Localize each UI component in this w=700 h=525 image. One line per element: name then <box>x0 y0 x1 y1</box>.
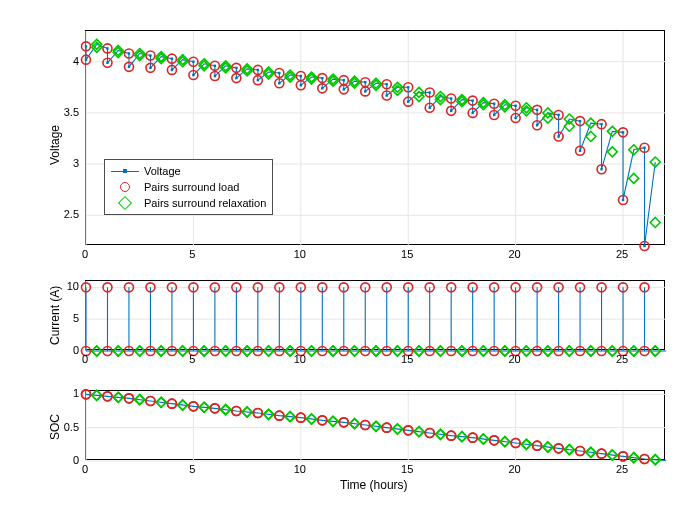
svg-rect-49 <box>493 114 495 116</box>
legend-row-load: Pairs surround load <box>111 179 266 195</box>
svg-text:25: 25 <box>616 248 628 260</box>
svg-text:0: 0 <box>82 248 88 260</box>
voltage-line-icon <box>111 164 139 178</box>
svg-text:25: 25 <box>616 463 628 475</box>
svg-rect-41 <box>407 100 409 102</box>
svg-text:15: 15 <box>401 248 413 260</box>
svg-text:3.5: 3.5 <box>64 106 79 118</box>
svg-text:15: 15 <box>401 463 413 475</box>
svg-rect-44 <box>450 97 452 99</box>
svg-rect-39 <box>386 94 388 96</box>
svg-rect-34 <box>343 79 345 81</box>
svg-rect-33 <box>321 87 323 89</box>
svg-text:0: 0 <box>73 344 79 356</box>
legend-label: Pairs surround load <box>144 179 239 195</box>
svg-rect-36 <box>364 81 366 83</box>
svg-rect-13 <box>106 62 108 64</box>
red-circle-icon <box>111 180 139 194</box>
svg-rect-46 <box>471 99 473 101</box>
svg-text:20: 20 <box>509 248 521 260</box>
green-diamond-icon <box>111 196 139 210</box>
svg-rect-60 <box>622 131 624 133</box>
svg-rect-19 <box>171 69 173 71</box>
svg-rect-61 <box>622 199 624 201</box>
svg-rect-26 <box>257 69 259 71</box>
svg-rect-53 <box>536 124 538 126</box>
svg-rect-16 <box>149 54 151 56</box>
svg-text:10: 10 <box>67 280 79 292</box>
soc-plot <box>86 391 664 459</box>
svg-rect-58 <box>600 123 602 125</box>
svg-rect-30 <box>300 75 302 77</box>
svg-rect-62 <box>643 147 645 149</box>
svg-rect-28 <box>278 72 280 74</box>
svg-rect-14 <box>128 52 130 54</box>
svg-rect-51 <box>514 117 516 119</box>
svg-rect-31 <box>300 84 302 86</box>
svg-rect-50 <box>514 105 516 107</box>
svg-rect-27 <box>257 79 259 81</box>
xlabel: Time (hours) <box>340 478 408 492</box>
legend-label: Voltage <box>144 163 181 179</box>
svg-rect-48 <box>493 102 495 104</box>
svg-rect-25 <box>235 77 237 79</box>
svg-rect-11 <box>85 58 87 60</box>
svg-rect-32 <box>321 77 323 79</box>
soc-ylabel: SOC <box>48 414 62 440</box>
legend-label: Pairs surround relaxation <box>144 195 266 211</box>
current-plot <box>86 281 664 349</box>
svg-text:0: 0 <box>82 463 88 475</box>
svg-rect-45 <box>450 110 452 112</box>
svg-rect-24 <box>235 67 237 69</box>
svg-rect-21 <box>192 74 194 76</box>
svg-text:1: 1 <box>73 387 79 399</box>
svg-rect-17 <box>149 67 151 69</box>
svg-text:10: 10 <box>294 248 306 260</box>
svg-rect-59 <box>600 168 602 170</box>
svg-rect-38 <box>386 83 388 85</box>
svg-rect-55 <box>557 135 559 137</box>
svg-rect-43 <box>429 107 431 109</box>
svg-rect-18 <box>171 57 173 59</box>
svg-rect-42 <box>429 91 431 93</box>
svg-rect-20 <box>192 61 194 63</box>
svg-rect-56 <box>579 120 581 122</box>
svg-text:10: 10 <box>294 463 306 475</box>
svg-rect-47 <box>471 112 473 114</box>
svg-rect-29 <box>278 82 280 84</box>
svg-rect-15 <box>128 66 130 68</box>
svg-text:2.5: 2.5 <box>64 208 79 220</box>
current-ylabel: Current (A) <box>48 286 62 345</box>
svg-text:0.5: 0.5 <box>64 421 79 433</box>
svg-text:5: 5 <box>189 248 195 260</box>
svg-rect-10 <box>85 45 87 47</box>
svg-rect-23 <box>214 75 216 77</box>
svg-rect-35 <box>343 88 345 90</box>
svg-rect-22 <box>214 65 216 67</box>
legend-row-voltage: Voltage <box>111 163 266 179</box>
svg-rect-37 <box>364 90 366 92</box>
svg-text:5: 5 <box>189 463 195 475</box>
legend-row-relax: Pairs surround relaxation <box>111 195 266 211</box>
svg-rect-52 <box>536 109 538 111</box>
voltage-ylabel: Voltage <box>48 125 62 165</box>
current-axes <box>85 280 665 350</box>
svg-text:0: 0 <box>73 454 79 466</box>
svg-text:20: 20 <box>509 463 521 475</box>
svg-text:5: 5 <box>73 312 79 324</box>
svg-text:4: 4 <box>73 55 79 67</box>
voltage-axes: Voltage Pairs surround load Pairs surrou… <box>85 30 665 245</box>
svg-rect-63 <box>643 245 645 247</box>
svg-rect-57 <box>579 150 581 152</box>
svg-rect-54 <box>557 114 559 116</box>
legend: Voltage Pairs surround load Pairs surrou… <box>104 159 273 215</box>
soc-axes <box>85 390 665 460</box>
svg-text:3: 3 <box>73 157 79 169</box>
svg-rect-12 <box>106 47 108 49</box>
svg-rect-40 <box>407 86 409 88</box>
figure: Voltage Pairs surround load Pairs surrou… <box>0 0 700 525</box>
